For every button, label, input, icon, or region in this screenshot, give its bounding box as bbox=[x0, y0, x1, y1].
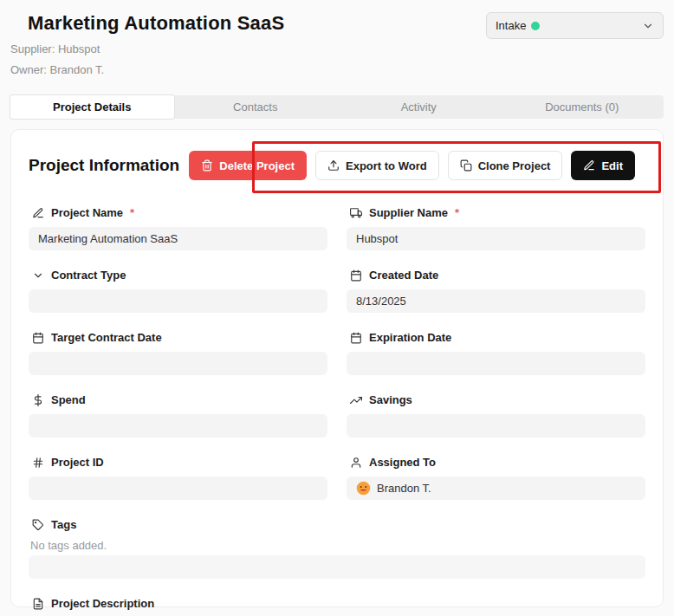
spend-input[interactable] bbox=[29, 414, 327, 438]
dollar-icon bbox=[32, 394, 44, 406]
chevron-down-icon bbox=[32, 269, 44, 282]
savings-label: Savings bbox=[350, 393, 645, 406]
document-icon bbox=[32, 598, 44, 610]
field-project-description: Project Description We are using Hubspot… bbox=[29, 597, 645, 616]
trending-up-icon bbox=[350, 394, 362, 406]
field-expiration-date: Expiration Date bbox=[347, 331, 645, 375]
created-date-input[interactable] bbox=[347, 289, 645, 313]
hash-icon bbox=[32, 457, 44, 469]
field-savings: Savings bbox=[347, 393, 645, 438]
trash-icon bbox=[201, 159, 213, 172]
contract-type-label: Contract Type bbox=[32, 269, 327, 282]
supplier-line: Supplier: Hubspot bbox=[10, 42, 664, 55]
copy-icon bbox=[460, 159, 472, 172]
project-name-label: Project Name * bbox=[32, 206, 327, 219]
avatar bbox=[356, 481, 371, 496]
field-project-id: Project ID bbox=[29, 456, 327, 500]
card-header: Project Information Delete Project Expor… bbox=[29, 151, 645, 180]
field-supplier-name: Supplier Name * bbox=[347, 206, 645, 250]
created-date-label: Created Date bbox=[350, 269, 645, 282]
target-contract-date-input[interactable] bbox=[29, 352, 327, 375]
field-tags: Tags No tags added. bbox=[29, 518, 645, 579]
tab-bar: Project Details Contacts Activity Docume… bbox=[10, 95, 664, 119]
field-contract-type: Contract Type bbox=[29, 269, 327, 313]
field-created-date: Created Date bbox=[347, 269, 645, 313]
target-contract-date-label: Target Contract Date bbox=[32, 331, 327, 344]
tab-documents[interactable]: Documents (0) bbox=[501, 95, 664, 119]
delete-project-label: Delete Project bbox=[219, 159, 295, 172]
export-to-word-label: Export to Word bbox=[346, 159, 427, 172]
fields-grid: Project Name * Supplier Name * Contr bbox=[29, 206, 645, 616]
page-header: Marketing Automation SaaS Supplier: Hubs… bbox=[0, 0, 674, 76]
tab-contacts[interactable]: Contacts bbox=[174, 95, 338, 119]
contract-type-input[interactable] bbox=[29, 289, 327, 313]
export-to-word-button[interactable]: Export to Word bbox=[315, 151, 439, 180]
truck-icon bbox=[350, 207, 362, 219]
assigned-to-label: Assigned To bbox=[350, 456, 645, 469]
person-icon bbox=[350, 457, 362, 469]
field-project-name: Project Name * bbox=[29, 206, 327, 250]
project-description-label: Project Description bbox=[32, 597, 645, 610]
status-dropdown-label: Intake bbox=[496, 19, 526, 32]
status-dropdown[interactable]: Intake bbox=[486, 12, 664, 39]
clone-project-button[interactable]: Clone Project bbox=[448, 151, 563, 180]
required-asterisk: * bbox=[455, 206, 459, 219]
expiration-date-label: Expiration Date bbox=[350, 331, 645, 344]
tab-project-details[interactable]: Project Details bbox=[10, 95, 174, 119]
project-id-input[interactable] bbox=[29, 477, 327, 500]
calendar-icon bbox=[350, 269, 362, 282]
field-assigned-to: Assigned To Brandon T. bbox=[347, 456, 645, 500]
project-information-card: Project Information Delete Project Expor… bbox=[10, 129, 664, 607]
tab-activity[interactable]: Activity bbox=[337, 95, 501, 119]
delete-project-button[interactable]: Delete Project bbox=[189, 151, 307, 180]
tag-icon bbox=[32, 519, 44, 531]
chevron-down-icon bbox=[642, 20, 654, 32]
project-name-input[interactable] bbox=[29, 227, 327, 250]
action-buttons: Delete Project Export to Word Clone Proj… bbox=[189, 151, 635, 180]
export-icon bbox=[327, 159, 340, 172]
pencil-icon bbox=[583, 159, 595, 172]
tags-empty-text: No tags added. bbox=[30, 539, 645, 552]
calendar-icon bbox=[32, 332, 44, 344]
edit-label: Edit bbox=[601, 159, 623, 172]
project-id-label: Project ID bbox=[32, 456, 327, 469]
savings-input[interactable] bbox=[347, 414, 645, 438]
status-dot-icon bbox=[531, 22, 540, 30]
assigned-to-name: Brandon T. bbox=[377, 482, 431, 495]
supplier-name-label: Supplier Name * bbox=[350, 206, 645, 219]
tags-label: Tags bbox=[32, 518, 645, 531]
card-title: Project Information bbox=[29, 156, 179, 175]
supplier-name-input[interactable] bbox=[347, 227, 645, 250]
required-asterisk: * bbox=[130, 206, 134, 219]
field-spend: Spend bbox=[29, 393, 327, 438]
calendar-icon bbox=[350, 332, 362, 344]
pencil-icon bbox=[32, 207, 44, 219]
expiration-date-input[interactable] bbox=[347, 352, 645, 375]
clone-project-label: Clone Project bbox=[478, 159, 551, 172]
spend-label: Spend bbox=[32, 393, 327, 406]
tags-input[interactable] bbox=[29, 555, 645, 579]
assigned-to-value[interactable]: Brandon T. bbox=[347, 477, 645, 500]
edit-button[interactable]: Edit bbox=[571, 151, 635, 180]
field-target-contract-date: Target Contract Date bbox=[29, 331, 327, 375]
owner-line: Owner: Brandon T. bbox=[10, 63, 664, 76]
